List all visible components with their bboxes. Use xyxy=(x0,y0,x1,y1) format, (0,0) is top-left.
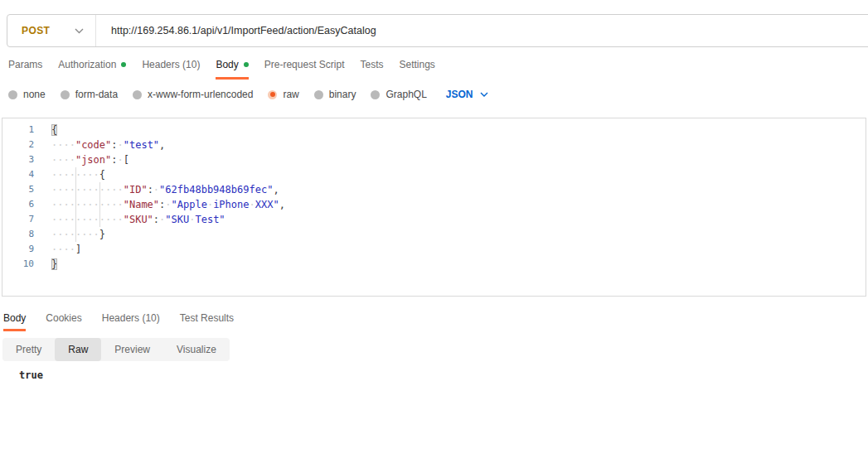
code-line: ············"SKU":·"SKU·Test" xyxy=(51,212,225,227)
body-type-x-www-form-urlencoded[interactable]: x-www-form-urlencoded xyxy=(133,89,253,100)
code-token: { xyxy=(51,124,57,136)
method-select[interactable]: POST xyxy=(7,15,96,46)
code-token: ···· xyxy=(75,214,99,225)
code-token: : xyxy=(153,214,159,225)
editor-line: 10} xyxy=(2,257,866,272)
request-tab-params[interactable]: Params xyxy=(8,59,42,80)
radio-label: form-data xyxy=(75,89,118,100)
code-token: ···· xyxy=(51,229,75,240)
code-token: Test" xyxy=(195,214,225,225)
code-line: { xyxy=(51,123,57,138)
radio-label: GraphQL xyxy=(386,89,426,100)
request-tab-settings[interactable]: Settings xyxy=(400,59,435,80)
code-token: : xyxy=(111,154,117,166)
tab-label: Params xyxy=(8,59,42,70)
radio-label: binary xyxy=(329,89,356,100)
radio-label: none xyxy=(23,89,46,100)
response-tab-test-results[interactable]: Test Results xyxy=(180,312,234,331)
response-tabs: BodyCookiesHeaders (10)Test Results xyxy=(3,312,234,331)
response-tab-cookies[interactable]: Cookies xyxy=(46,312,81,331)
body-type-graphql[interactable]: GraphQL xyxy=(371,89,426,100)
code-token: ···· xyxy=(51,154,75,166)
code-line: ············"Name":·"Apple·iPhone·XXX", xyxy=(51,197,285,212)
code-token: ···· xyxy=(75,229,99,240)
language-label: JSON xyxy=(446,89,473,100)
code-token: : xyxy=(111,139,117,151)
line-number: 1 xyxy=(2,123,34,138)
code-token: ···· xyxy=(75,169,99,181)
postman-request-view: POST http://169.254.86.1/api/v1/ImportFe… xyxy=(0,0,868,468)
code-token: ] xyxy=(75,244,81,255)
code-token: ···· xyxy=(99,214,124,225)
url-input[interactable]: http://169.254.86.1/api/v1/ImportFeed/ac… xyxy=(96,15,376,46)
language-select[interactable]: JSON xyxy=(446,89,488,100)
code-line: ············"ID":·"62fb48bb948b69fec", xyxy=(51,182,279,197)
radio-label: x-www-form-urlencoded xyxy=(148,89,253,100)
code-token: ···· xyxy=(51,214,75,225)
line-number: 8 xyxy=(2,227,34,242)
code-token: [ xyxy=(124,154,129,166)
response-view-switcher: PrettyRawPreviewVisualize xyxy=(2,338,230,361)
editor-line: 4········{ xyxy=(2,167,866,182)
code-token: "json" xyxy=(75,154,111,166)
code-token: "Apple xyxy=(172,199,207,210)
code-token: · xyxy=(153,184,159,195)
view-preview[interactable]: Preview xyxy=(101,338,163,361)
body-editor[interactable]: 1{2····"code":·"test",3····"json":·[4···… xyxy=(2,118,866,297)
body-type-none[interactable]: none xyxy=(8,89,46,100)
editor-line: 2····"code":·"test", xyxy=(2,138,866,152)
code-token: XXX" xyxy=(255,199,279,210)
body-type-options: noneform-datax-www-form-urlencodedrawbin… xyxy=(8,89,488,100)
tab-label: Authorization xyxy=(58,59,116,70)
code-token: "SKU xyxy=(165,214,189,225)
response-tab-body[interactable]: Body xyxy=(3,312,26,331)
request-tab-tests[interactable]: Tests xyxy=(360,59,383,80)
view-pretty[interactable]: Pretty xyxy=(2,338,55,361)
view-raw[interactable]: Raw xyxy=(55,338,101,361)
code-token: ···· xyxy=(99,199,124,210)
request-tab-headers-10[interactable]: Headers (10) xyxy=(142,59,200,80)
code-token: · xyxy=(250,199,255,210)
code-line: ····"code":·"test", xyxy=(51,138,165,152)
code-line: ········{ xyxy=(51,167,105,182)
code-token: , xyxy=(159,139,165,151)
request-tab-pre-request-script[interactable]: Pre-request Script xyxy=(264,59,345,80)
body-type-radios: noneform-datax-www-form-urlencodedrawbin… xyxy=(8,89,427,100)
body-type-form-data[interactable]: form-data xyxy=(61,89,118,100)
code-token: ···· xyxy=(99,184,124,195)
line-number: 3 xyxy=(2,152,34,167)
code-token: "ID" xyxy=(124,184,148,195)
radio-icon xyxy=(268,90,277,99)
code-line: ········} xyxy=(51,227,105,242)
code-token: ···· xyxy=(75,184,99,195)
code-line: ····"json":·[ xyxy=(51,152,129,167)
code-token: iPhone xyxy=(213,199,249,210)
radio-icon xyxy=(314,90,323,99)
code-token: "SKU" xyxy=(124,214,153,225)
method-label: POST xyxy=(22,25,50,36)
code-token: ···· xyxy=(51,199,75,210)
body-type-raw[interactable]: raw xyxy=(268,89,298,100)
radio-icon xyxy=(8,90,17,99)
code-token: · xyxy=(118,139,124,151)
code-token: ···· xyxy=(75,199,99,210)
code-token: · xyxy=(118,154,124,166)
code-line: } xyxy=(51,257,57,272)
radio-label: raw xyxy=(283,89,298,100)
view-visualize[interactable]: Visualize xyxy=(163,338,230,361)
line-number: 2 xyxy=(2,138,34,152)
editor-line: 6············"Name":·"Apple·iPhone·XXX", xyxy=(2,197,866,212)
request-tab-authorization[interactable]: Authorization xyxy=(58,59,126,80)
radio-icon xyxy=(61,90,70,99)
editor-line: 8········} xyxy=(2,227,866,242)
body-type-binary[interactable]: binary xyxy=(314,89,356,100)
code-token: { xyxy=(99,169,105,181)
request-tab-body[interactable]: Body xyxy=(216,59,248,80)
radio-icon xyxy=(133,90,142,99)
code-token: ···· xyxy=(51,139,75,151)
line-number: 5 xyxy=(2,182,34,197)
code-token: "62fb48bb948b69fec" xyxy=(159,184,273,195)
request-tabs: ParamsAuthorizationHeaders (10)BodyPre-r… xyxy=(8,59,435,80)
response-tab-headers-10[interactable]: Headers (10) xyxy=(102,312,160,331)
editor-line: 1{ xyxy=(2,123,866,138)
